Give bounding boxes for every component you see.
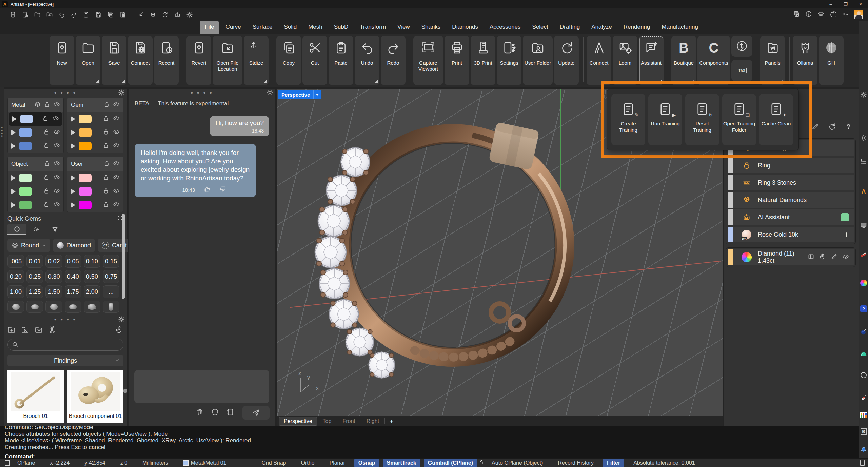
lock-icon[interactable] [103, 115, 110, 123]
status-filter[interactable]: Filter [603, 459, 624, 467]
clover-tool-icon[interactable] [147, 9, 159, 20]
layer-row[interactable] [67, 112, 123, 126]
gear-tool-icon[interactable] [183, 9, 196, 20]
layer-row[interactable] [67, 171, 123, 185]
play-icon[interactable] [11, 202, 16, 208]
cut-tab[interactable] [26, 224, 45, 235]
user-avatar[interactable] [854, 10, 863, 19]
color-swatch[interactable] [19, 174, 32, 182]
import-icon[interactable] [135, 9, 147, 20]
play-icon[interactable] [12, 116, 17, 122]
carat-button[interactable]: 0.20 [7, 270, 24, 283]
ribbon-ollama-button[interactable]: Ollama [793, 36, 817, 85]
edit-pencil-icon[interactable] [811, 123, 819, 132]
tab-manufacturing[interactable]: Manufacturing [657, 21, 703, 34]
tab-surface[interactable]: Surface [248, 21, 277, 34]
carat-button[interactable]: 0.02 [45, 255, 62, 268]
gems-tab[interactable] [7, 224, 26, 235]
layer-group-header[interactable]: Metal [8, 98, 63, 112]
chat-input[interactable] [134, 370, 269, 403]
color-swatch[interactable] [79, 174, 92, 182]
ribbon-update-button[interactable]: Update [554, 36, 579, 85]
tab-accessories[interactable]: Accessories [485, 21, 526, 34]
lock-icon[interactable] [103, 160, 110, 168]
gem-network-icon[interactable] [48, 326, 56, 335]
play-icon[interactable] [71, 116, 75, 122]
gear-icon[interactable] [118, 89, 125, 97]
library-search[interactable] [7, 339, 123, 351]
status-osnap[interactable]: Osnap [354, 459, 379, 467]
lock-icon[interactable] [479, 460, 484, 466]
b-panel-icon[interactable]: B [860, 428, 867, 435]
drag-handle-icon[interactable]: ● ● ● ● [54, 90, 77, 95]
ribbon-undo-button[interactable]: Undo [355, 36, 379, 85]
palette-grid-icon[interactable] [860, 411, 867, 419]
reset-training-button[interactable]: ↻ Reset Training [685, 94, 719, 145]
eye-icon[interactable] [53, 187, 60, 196]
cake-slice-icon[interactable] [860, 251, 867, 258]
material-item-diamond[interactable]: Diamond (11) 1,43ct [728, 249, 854, 265]
eye-icon[interactable] [53, 174, 60, 182]
status-active-layer[interactable]: Metal/Metal 01 [176, 460, 234, 466]
tab-transform[interactable]: Transform [355, 21, 391, 34]
play-icon[interactable] [71, 202, 75, 208]
carat-button[interactable]: .005 [7, 255, 24, 268]
notification-bell-icon[interactable] [860, 445, 867, 453]
color-swatch[interactable] [79, 201, 92, 209]
gear-icon[interactable] [267, 89, 273, 97]
cut-dropdown[interactable]: Diamond [53, 239, 95, 252]
carat-button[interactable]: 0.50 [84, 270, 100, 283]
recent-file-icon[interactable] [19, 9, 31, 20]
layer-row[interactable] [8, 198, 63, 212]
carat-button[interactable]: 0.15 [103, 255, 119, 268]
play-icon[interactable] [11, 130, 16, 135]
thumb-up-icon[interactable] [204, 186, 211, 194]
open-training-folder-button[interactable]: ❏ Open Training Folder [722, 94, 756, 145]
status-record-history[interactable]: Record History [550, 460, 601, 466]
search-input[interactable] [21, 342, 110, 348]
ribbon-revert-button[interactable]: Revert [186, 36, 211, 85]
ribbon-open-file-location-button[interactable]: Open File Location [213, 36, 242, 85]
learning-icon[interactable] [817, 11, 824, 19]
brain-model-icon[interactable] [211, 408, 219, 418]
scene-item-ai-assistant[interactable]: AI Assistant [728, 209, 854, 225]
tab-select[interactable]: Select [528, 21, 553, 34]
status-ortho[interactable]: Ortho [293, 460, 322, 466]
edit-pencil-icon[interactable] [831, 253, 837, 261]
add-folder-icon[interactable] [43, 9, 56, 20]
drag-handle-icon[interactable]: ● ● ● ● [191, 90, 213, 95]
findings-dropdown[interactable]: Findings [7, 355, 123, 366]
ribbon-stdize-button[interactable]: Stdize [244, 36, 269, 85]
color-swatch[interactable] [79, 128, 92, 137]
setting-head-button[interactable] [65, 301, 81, 313]
undo-icon[interactable] [56, 9, 68, 20]
help-badge-icon[interactable]: ? [860, 305, 867, 312]
ribbon-settings-button[interactable]: Settings [497, 36, 521, 85]
status-grid-snap[interactable]: Grid Snap [254, 460, 293, 466]
ribbon-cut-button[interactable]: Cut [302, 36, 327, 85]
ribbon-connect-button[interactable]: Connect [128, 36, 153, 85]
carat-button[interactable]: 0.10 [84, 255, 100, 268]
help-icon[interactable] [845, 123, 852, 132]
ribbon-boutique-button[interactable]: BBoutique [671, 36, 696, 85]
play-icon[interactable] [11, 175, 16, 181]
gear-icon[interactable] [860, 134, 867, 142]
eye-icon[interactable] [113, 128, 120, 137]
thumb-down-icon[interactable] [219, 186, 226, 194]
status-auto-cplane[interactable]: Auto CPlane (Object) [484, 460, 550, 466]
cache-clean-button[interactable]: ✦ Cache Clean [759, 94, 793, 145]
quick-gems-scrollbar[interactable] [122, 214, 125, 299]
lock-icon[interactable] [103, 174, 110, 182]
ribbon-gh-button[interactable]: GH [819, 36, 844, 85]
carat-button[interactable]: 1.50 [45, 285, 62, 298]
window-status-icon[interactable] [5, 460, 10, 466]
drag-hand-icon[interactable] [115, 326, 123, 335]
lock-icon[interactable] [103, 128, 110, 137]
color-swatch[interactable] [20, 115, 33, 123]
setting-head-button[interactable] [26, 301, 43, 313]
eye-icon[interactable] [52, 115, 59, 123]
send-button[interactable] [242, 406, 270, 420]
play-icon[interactable] [71, 175, 75, 181]
tab-subd[interactable]: SubD [329, 21, 353, 34]
command-area[interactable]: Command: SetObjectDisplayMode Choose att… [0, 426, 859, 458]
